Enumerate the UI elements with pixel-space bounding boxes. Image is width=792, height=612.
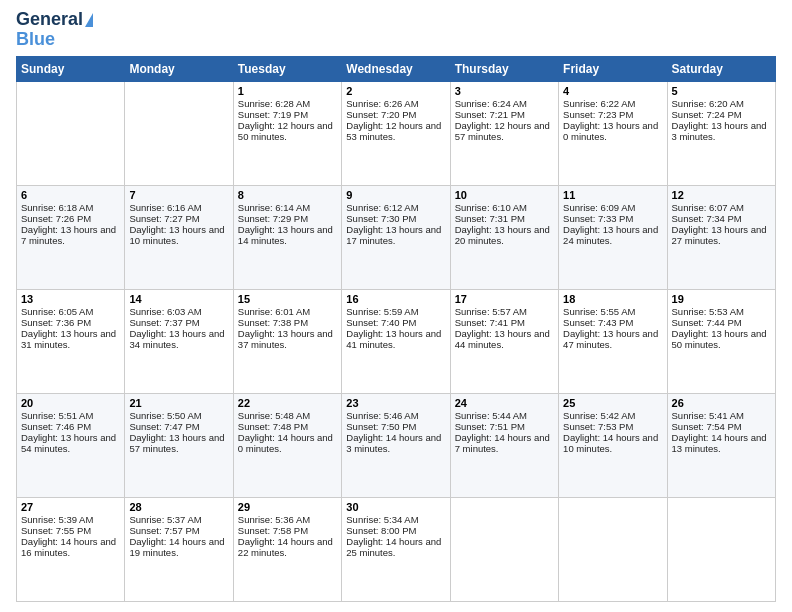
day-info: Sunset: 7:38 PM: [238, 317, 337, 328]
day-info: Sunrise: 5:46 AM: [346, 410, 445, 421]
day-info: Sunrise: 5:59 AM: [346, 306, 445, 317]
day-info: Sunrise: 5:42 AM: [563, 410, 662, 421]
calendar-week-3: 13Sunrise: 6:05 AMSunset: 7:36 PMDayligh…: [17, 289, 776, 393]
day-number: 17: [455, 293, 554, 305]
day-number: 26: [672, 397, 771, 409]
day-info: Sunset: 7:40 PM: [346, 317, 445, 328]
weekday-header-tuesday: Tuesday: [233, 56, 341, 81]
day-info: Daylight: 13 hours and 44 minutes.: [455, 328, 554, 350]
day-info: Sunset: 7:46 PM: [21, 421, 120, 432]
calendar-week-1: 1Sunrise: 6:28 AMSunset: 7:19 PMDaylight…: [17, 81, 776, 185]
day-info: Daylight: 13 hours and 31 minutes.: [21, 328, 120, 350]
day-info: Sunset: 7:44 PM: [672, 317, 771, 328]
day-info: Sunset: 7:33 PM: [563, 213, 662, 224]
day-info: Sunset: 7:51 PM: [455, 421, 554, 432]
day-info: Daylight: 14 hours and 10 minutes.: [563, 432, 662, 454]
day-number: 25: [563, 397, 662, 409]
day-info: Daylight: 14 hours and 3 minutes.: [346, 432, 445, 454]
calendar-cell: 11Sunrise: 6:09 AMSunset: 7:33 PMDayligh…: [559, 185, 667, 289]
day-number: 5: [672, 85, 771, 97]
day-info: Sunset: 7:34 PM: [672, 213, 771, 224]
day-info: Daylight: 12 hours and 50 minutes.: [238, 120, 337, 142]
calendar-cell: [559, 497, 667, 601]
day-info: Sunrise: 5:53 AM: [672, 306, 771, 317]
day-info: Sunrise: 5:36 AM: [238, 514, 337, 525]
day-info: Daylight: 14 hours and 13 minutes.: [672, 432, 771, 454]
calendar-cell: [125, 81, 233, 185]
day-info: Sunrise: 5:41 AM: [672, 410, 771, 421]
day-info: Sunset: 7:23 PM: [563, 109, 662, 120]
day-info: Daylight: 13 hours and 20 minutes.: [455, 224, 554, 246]
day-info: Sunrise: 6:03 AM: [129, 306, 228, 317]
day-number: 9: [346, 189, 445, 201]
calendar-week-5: 27Sunrise: 5:39 AMSunset: 7:55 PMDayligh…: [17, 497, 776, 601]
calendar-cell: 19Sunrise: 5:53 AMSunset: 7:44 PMDayligh…: [667, 289, 775, 393]
day-info: Daylight: 13 hours and 37 minutes.: [238, 328, 337, 350]
day-info: Sunset: 8:00 PM: [346, 525, 445, 536]
calendar-cell: 21Sunrise: 5:50 AMSunset: 7:47 PMDayligh…: [125, 393, 233, 497]
day-info: Sunrise: 5:37 AM: [129, 514, 228, 525]
day-number: 28: [129, 501, 228, 513]
calendar-cell: 12Sunrise: 6:07 AMSunset: 7:34 PMDayligh…: [667, 185, 775, 289]
calendar-cell: 15Sunrise: 6:01 AMSunset: 7:38 PMDayligh…: [233, 289, 341, 393]
calendar-week-4: 20Sunrise: 5:51 AMSunset: 7:46 PMDayligh…: [17, 393, 776, 497]
calendar-cell: 18Sunrise: 5:55 AMSunset: 7:43 PMDayligh…: [559, 289, 667, 393]
weekday-header-friday: Friday: [559, 56, 667, 81]
day-number: 8: [238, 189, 337, 201]
day-info: Sunset: 7:58 PM: [238, 525, 337, 536]
day-info: Sunrise: 6:26 AM: [346, 98, 445, 109]
day-number: 6: [21, 189, 120, 201]
calendar-cell: 20Sunrise: 5:51 AMSunset: 7:46 PMDayligh…: [17, 393, 125, 497]
weekday-header-wednesday: Wednesday: [342, 56, 450, 81]
day-info: Daylight: 12 hours and 53 minutes.: [346, 120, 445, 142]
day-info: Sunrise: 6:12 AM: [346, 202, 445, 213]
calendar-cell: 29Sunrise: 5:36 AMSunset: 7:58 PMDayligh…: [233, 497, 341, 601]
calendar-cell: [17, 81, 125, 185]
day-info: Sunset: 7:50 PM: [346, 421, 445, 432]
calendar-week-2: 6Sunrise: 6:18 AMSunset: 7:26 PMDaylight…: [17, 185, 776, 289]
calendar-cell: 1Sunrise: 6:28 AMSunset: 7:19 PMDaylight…: [233, 81, 341, 185]
calendar-cell: 6Sunrise: 6:18 AMSunset: 7:26 PMDaylight…: [17, 185, 125, 289]
day-info: Sunrise: 6:16 AM: [129, 202, 228, 213]
day-info: Sunrise: 6:01 AM: [238, 306, 337, 317]
day-number: 12: [672, 189, 771, 201]
day-info: Daylight: 13 hours and 17 minutes.: [346, 224, 445, 246]
weekday-header-monday: Monday: [125, 56, 233, 81]
day-info: Daylight: 12 hours and 57 minutes.: [455, 120, 554, 142]
day-info: Daylight: 14 hours and 0 minutes.: [238, 432, 337, 454]
day-number: 21: [129, 397, 228, 409]
calendar-cell: 8Sunrise: 6:14 AMSunset: 7:29 PMDaylight…: [233, 185, 341, 289]
day-info: Sunrise: 6:20 AM: [672, 98, 771, 109]
day-number: 15: [238, 293, 337, 305]
weekday-header-row: SundayMondayTuesdayWednesdayThursdayFrid…: [17, 56, 776, 81]
day-info: Sunset: 7:48 PM: [238, 421, 337, 432]
day-info: Sunrise: 5:51 AM: [21, 410, 120, 421]
day-number: 30: [346, 501, 445, 513]
calendar-cell: 30Sunrise: 5:34 AMSunset: 8:00 PMDayligh…: [342, 497, 450, 601]
calendar-cell: 23Sunrise: 5:46 AMSunset: 7:50 PMDayligh…: [342, 393, 450, 497]
calendar-cell: 22Sunrise: 5:48 AMSunset: 7:48 PMDayligh…: [233, 393, 341, 497]
day-info: Sunrise: 5:55 AM: [563, 306, 662, 317]
day-info: Sunset: 7:26 PM: [21, 213, 120, 224]
day-number: 27: [21, 501, 120, 513]
day-info: Sunset: 7:54 PM: [672, 421, 771, 432]
day-number: 16: [346, 293, 445, 305]
day-info: Daylight: 13 hours and 7 minutes.: [21, 224, 120, 246]
day-number: 18: [563, 293, 662, 305]
weekday-header-thursday: Thursday: [450, 56, 558, 81]
day-number: 2: [346, 85, 445, 97]
day-info: Sunrise: 5:34 AM: [346, 514, 445, 525]
day-number: 13: [21, 293, 120, 305]
day-info: Daylight: 14 hours and 7 minutes.: [455, 432, 554, 454]
day-info: Sunrise: 5:44 AM: [455, 410, 554, 421]
calendar-cell: 28Sunrise: 5:37 AMSunset: 7:57 PMDayligh…: [125, 497, 233, 601]
day-info: Sunrise: 6:22 AM: [563, 98, 662, 109]
day-info: Sunrise: 5:48 AM: [238, 410, 337, 421]
day-info: Sunset: 7:19 PM: [238, 109, 337, 120]
day-info: Sunset: 7:47 PM: [129, 421, 228, 432]
logo-text-general: General: [16, 10, 83, 30]
day-info: Sunrise: 6:14 AM: [238, 202, 337, 213]
calendar-cell: 2Sunrise: 6:26 AMSunset: 7:20 PMDaylight…: [342, 81, 450, 185]
day-info: Sunrise: 5:50 AM: [129, 410, 228, 421]
day-info: Daylight: 14 hours and 25 minutes.: [346, 536, 445, 558]
